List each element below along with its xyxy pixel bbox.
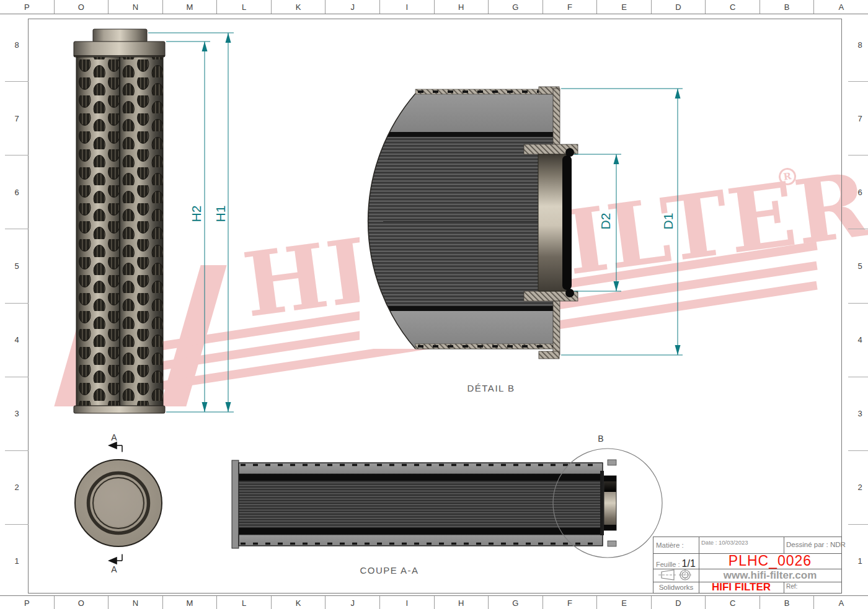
grid-number: 2: [5, 451, 29, 525]
grid-letter: K: [272, 0, 326, 14]
projection-symbol-icon: [658, 569, 695, 581]
grid-letter: K: [272, 596, 326, 609]
grid-number: 3: [848, 377, 868, 451]
material-label: Matière :: [656, 541, 684, 549]
grid-number: 6: [848, 156, 868, 229]
grid-letter: N: [108, 596, 163, 609]
grid-letter: B: [760, 596, 815, 609]
grid-bottom: PONMLKJIHGFEDCBA: [0, 595, 868, 609]
grid-letter: A: [814, 596, 868, 609]
dimension-h2: H2: [189, 206, 204, 222]
section-marker-a-top: A: [111, 432, 117, 442]
part-number: PLHC_0026: [699, 553, 841, 569]
website-text: www.hifi-filter.com: [699, 569, 841, 582]
sheet-number: 1/1: [682, 558, 696, 569]
grid-number: 8: [848, 8, 868, 82]
grid-number: 8: [5, 8, 29, 82]
grid-letter: D: [652, 596, 706, 609]
grid-number: 5: [5, 229, 29, 303]
grid-letter: C: [706, 596, 760, 609]
grid-letter: E: [597, 0, 652, 14]
grid-letter: G: [489, 596, 543, 609]
grid-letter: H: [435, 596, 489, 609]
software-label: Solidworks: [653, 582, 699, 593]
grid-letter: I: [380, 0, 435, 14]
sheet-label-text: Feuille :: [656, 561, 680, 568]
dimension-d1: D1: [661, 213, 676, 230]
detail-marker-b: B: [598, 434, 603, 444]
drawing-sheet: HIFI FILTER R PONMLKJIHGFEDCBA PONMLKJIH…: [0, 0, 868, 609]
grid-number: 4: [5, 304, 29, 377]
grid-letter: O: [55, 0, 109, 14]
title-block-divider: [784, 537, 784, 553]
grid-letter: M: [163, 596, 218, 609]
grid-number: 6: [5, 156, 29, 229]
brand-name: HIFI FILTER: [699, 582, 784, 593]
grid-letter: D: [652, 0, 706, 14]
grid-number: 1: [5, 525, 29, 598]
grid-left: 87654321: [5, 8, 29, 598]
detail-b-label: DÉTAIL B: [467, 383, 515, 393]
grid-letter: B: [760, 0, 815, 14]
sheet-label: Feuille : 1/1: [656, 558, 696, 569]
coupe-aa-view-drawing: [229, 434, 670, 567]
grid-number: 3: [5, 377, 29, 451]
dimension-d2: D2: [598, 213, 613, 230]
grid-letter: F: [543, 596, 598, 609]
grid-letter: O: [55, 596, 109, 609]
front-view-drawing: [50, 25, 248, 421]
grid-letter: M: [163, 0, 218, 14]
grid-letter: J: [326, 596, 380, 609]
grid-letter: H: [435, 0, 489, 14]
grid-letter: N: [108, 0, 163, 14]
grid-top: PONMLKJIHGFEDCBA: [0, 0, 868, 14]
date-label: Date : 10/03/2023: [701, 539, 748, 546]
top-view-drawing: [62, 431, 180, 576]
grid-number: 2: [848, 451, 868, 525]
grid-letter: C: [706, 0, 760, 14]
grid-letter: P: [0, 596, 55, 609]
section-marker-a-bottom: A: [111, 564, 117, 574]
coupe-aa-label: COUPE A-A: [360, 565, 418, 576]
title-block: Matière : Date : 10/03/2023 Dessiné par …: [653, 537, 842, 594]
dimension-h1: H1: [213, 206, 228, 222]
grid-letter: L: [217, 596, 272, 609]
grid-number: 4: [848, 304, 868, 377]
title-block-divider: [784, 582, 784, 593]
grid-letter: I: [380, 596, 435, 609]
detail-b-view-drawing: [360, 84, 688, 393]
grid-letter: E: [597, 596, 652, 609]
grid-number: 7: [5, 82, 29, 156]
grid-number: 7: [848, 82, 868, 156]
drawn-by-label: Dessiné par : NDR: [786, 541, 846, 548]
grid-letter: J: [326, 0, 380, 14]
grid-letter: G: [489, 0, 543, 14]
reference-label: Ref:: [786, 583, 797, 590]
grid-number: 5: [848, 229, 868, 303]
grid-right: 87654321: [848, 8, 868, 598]
grid-letter: L: [217, 0, 272, 14]
grid-letter: F: [543, 0, 598, 14]
grid-number: 1: [848, 525, 868, 598]
